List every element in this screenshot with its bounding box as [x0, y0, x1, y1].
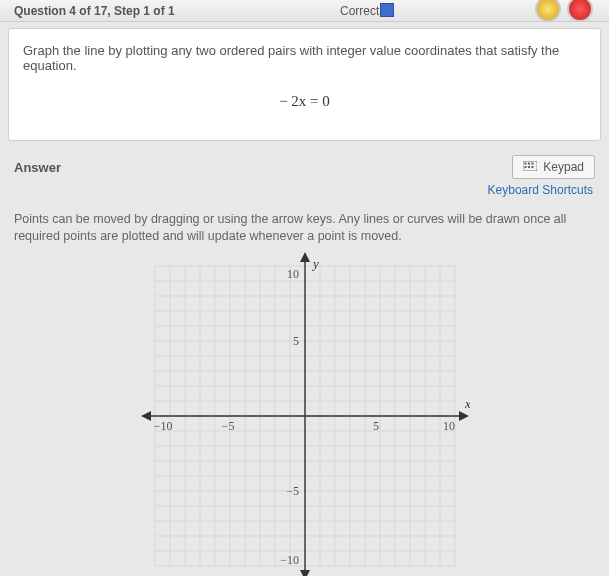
- svg-text:x: x: [464, 396, 470, 411]
- question-card: Graph the line by plotting any two order…: [8, 28, 601, 141]
- gold-badge-icon: [535, 0, 561, 22]
- svg-text:5: 5: [373, 419, 379, 433]
- svg-text:10: 10: [443, 419, 455, 433]
- keypad-button-label: Keypad: [543, 160, 584, 174]
- question-prompt: Graph the line by plotting any two order…: [23, 43, 586, 73]
- svg-text:−10: −10: [280, 553, 299, 567]
- svg-rect-6: [532, 166, 534, 168]
- red-badge-icon: [567, 0, 593, 22]
- question-equation: − 2x = 0: [23, 93, 586, 110]
- svg-rect-4: [525, 166, 527, 168]
- svg-marker-53: [300, 252, 310, 262]
- svg-text:5: 5: [293, 334, 299, 348]
- svg-rect-3: [532, 163, 534, 165]
- svg-text:−5: −5: [221, 419, 234, 433]
- keyboard-shortcuts-link[interactable]: Keyboard Shortcuts: [14, 183, 593, 197]
- svg-text:−10: −10: [153, 419, 172, 433]
- svg-text:y: y: [311, 256, 319, 271]
- correct-indicator-box: [380, 3, 394, 17]
- keypad-button[interactable]: Keypad: [512, 155, 595, 179]
- keypad-icon: [523, 160, 537, 174]
- answer-instructions: Points can be moved by dragging or using…: [14, 211, 595, 245]
- svg-text:−5: −5: [286, 484, 299, 498]
- coordinate-grid[interactable]: −10−5510−10−5510xy: [140, 251, 470, 576]
- correct-label: Correct: [340, 4, 379, 18]
- question-step-title: Question 4 of 17, Step 1 of 1: [14, 4, 175, 18]
- svg-text:10: 10: [287, 267, 299, 281]
- svg-rect-1: [525, 163, 527, 165]
- svg-marker-51: [459, 411, 469, 421]
- svg-rect-2: [528, 163, 530, 165]
- answer-heading: Answer: [14, 160, 61, 175]
- svg-marker-54: [300, 570, 310, 576]
- svg-rect-5: [528, 166, 530, 168]
- svg-marker-52: [141, 411, 151, 421]
